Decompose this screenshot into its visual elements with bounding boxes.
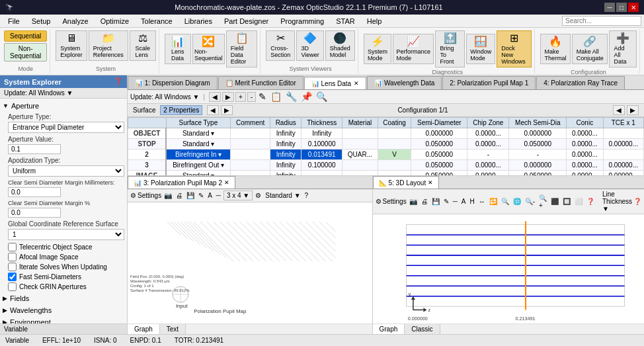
performance-mode-button[interactable]: 📈 PerformanceMode	[393, 34, 434, 64]
t6[interactable]: ─	[216, 192, 221, 199]
lt2[interactable]: 🖨	[421, 198, 428, 205]
non-sequential-mode-button[interactable]: Non-Sequential	[4, 43, 47, 62]
maximize-button[interactable]: □	[616, 3, 627, 12]
ld-tool1[interactable]: ✎	[259, 91, 266, 102]
coating-cell[interactable]: V	[378, 150, 411, 160]
sequential-mode-button[interactable]: Sequential	[4, 30, 47, 42]
close-button[interactable]: ✕	[628, 3, 639, 12]
ld-btn-plus[interactable]: +	[235, 92, 246, 102]
shaded-model-button[interactable]: 🌑 ShadedModel	[325, 30, 355, 61]
system-explorer-button[interactable]: 🖥 SystemExplorer	[56, 30, 87, 61]
environment-section-header[interactable]: ▶ Environment	[3, 318, 124, 324]
coating-cell[interactable]	[378, 160, 411, 171]
minimize-button[interactable]: ─	[604, 3, 615, 12]
bring-to-front-button[interactable]: 🔝 Bring ToFront	[435, 30, 465, 67]
wavelengths-section-header[interactable]: ▶ Wavelengths	[3, 306, 124, 315]
iterate-check[interactable]	[8, 263, 17, 271]
menu-tolerance[interactable]: Tolerance	[136, 16, 178, 26]
tab-merit-function[interactable]: 📋 Merit Function Editor	[218, 76, 303, 89]
lt10[interactable]: 🔍	[501, 198, 509, 205]
t2[interactable]: 🖨	[176, 192, 182, 199]
apodization-type-select[interactable]: Uniform	[8, 165, 124, 177]
3d-viewer-button[interactable]: 🔷 3DViewer	[296, 30, 323, 61]
surface-prev-btn[interactable]: ◀	[207, 105, 219, 115]
ld-tool3[interactable]: 🔧	[286, 91, 297, 102]
menu-programming[interactable]: Programming	[275, 16, 329, 26]
menu-part-designer[interactable]: Part Designer	[219, 16, 274, 26]
config-prev-btn[interactable]: ◀	[613, 105, 625, 115]
tab-wavelength-data[interactable]: 📊 Wavelength Data	[367, 76, 442, 89]
window-mode-button[interactable]: 🪟 WindowMode	[466, 34, 495, 64]
lt5[interactable]: ─	[453, 198, 458, 205]
t9[interactable]: ?	[305, 192, 309, 199]
layout-classic-tab[interactable]: Classic	[405, 324, 440, 334]
pupil-map-graph-tab[interactable]: Graph	[128, 324, 160, 334]
search-input[interactable]	[562, 16, 641, 26]
clear-semi-diam-mm-input[interactable]	[8, 187, 61, 197]
lt3[interactable]: 💾	[432, 198, 440, 205]
tab-lens-data[interactable]: 📊 Lens Data ✕	[304, 77, 366, 90]
surface-type-cell[interactable]: Standard ▾	[166, 171, 230, 176]
ld-tool2[interactable]: 📋	[270, 91, 282, 102]
lt1[interactable]: 📷	[409, 198, 417, 205]
ld-btn-minus[interactable]: -	[247, 92, 256, 102]
thickness-cell[interactable]: -	[302, 171, 342, 176]
surface-type-cell[interactable]: Standard ▾	[166, 128, 230, 139]
surface-selector[interactable]: 2 Properties	[160, 105, 202, 115]
ld-update-label[interactable]: Update: All Windows ▼	[130, 93, 199, 101]
surface-type-cell[interactable]: Standard ▾	[166, 139, 230, 150]
thickness-cell[interactable]: 0.100000	[302, 139, 342, 150]
lt4[interactable]: ✎	[444, 198, 449, 205]
menu-file[interactable]: File	[3, 16, 25, 26]
non-sequential-button[interactable]: 🔀 Non-Sequential	[192, 34, 225, 64]
radius-cell[interactable]: Infinity	[270, 160, 302, 171]
lens-data-button[interactable]: 📊 LensData	[165, 34, 191, 64]
make-thermal-button[interactable]: 🔥 MakeThermal	[540, 34, 571, 64]
layout-tab[interactable]: 📐 5: 3D Layout ✕	[373, 176, 440, 189]
pupil-map-close-icon[interactable]: ✕	[224, 179, 229, 186]
tab-lens-data-close[interactable]: ✕	[354, 80, 359, 87]
system-mode-button[interactable]: ⚡ SystemMode	[364, 34, 391, 64]
thickness-cell[interactable]: 0.100000	[302, 160, 342, 171]
aperture-type-select[interactable]: Entrance Pupil Diameter	[8, 122, 124, 133]
lt15[interactable]: 🔲	[563, 198, 571, 205]
lt14[interactable]: ⬛	[551, 198, 559, 205]
t8[interactable]: Standard ▼	[265, 192, 300, 199]
lt16[interactable]: ⬜	[575, 198, 583, 205]
aperture-section-header[interactable]: ▼ Aperture	[3, 101, 124, 110]
ld-btn-left[interactable]: ◀	[209, 92, 221, 102]
t1[interactable]: 📷	[164, 192, 172, 199]
clear-semi-diam-pct-input[interactable]	[8, 208, 61, 218]
make-all-conjugate-button[interactable]: 🔗 Make AllConjugate	[572, 34, 608, 64]
lt9[interactable]: 🔁	[489, 198, 497, 205]
lt6[interactable]: A	[462, 198, 466, 205]
surface-next-btn[interactable]: ▶	[221, 105, 233, 115]
surface-type-cell[interactable]: Birefringent Out ▾	[166, 160, 230, 171]
menu-star[interactable]: STAR	[331, 16, 360, 26]
afocal-check[interactable]	[8, 253, 17, 261]
thickness-cell[interactable]: Infinity	[302, 128, 342, 139]
menu-analyze[interactable]: Analyze	[57, 16, 93, 26]
pupil-map-tab[interactable]: 📊 3: Polarization Pupil Map 2 ✕	[128, 176, 235, 189]
menu-libraries[interactable]: Libraries	[179, 16, 218, 26]
t7[interactable]: ⚙	[255, 192, 261, 199]
layout-settings-icon[interactable]: ⚙	[376, 198, 382, 205]
t3[interactable]: 💾	[186, 192, 194, 199]
fields-section-header[interactable]: ▶ Fields	[3, 294, 124, 303]
project-references-button[interactable]: 📁 ProjectReferences	[89, 30, 128, 61]
fast-semi-diam-check[interactable]	[8, 273, 17, 281]
cross-section-button[interactable]: ✂ Cross-Section	[266, 30, 295, 61]
t4[interactable]: ✎	[198, 192, 204, 199]
pupil-map-text-tab[interactable]: Text	[160, 324, 186, 334]
menu-setup[interactable]: Setup	[26, 16, 56, 26]
pupil-3x4-btn[interactable]: 3 x 4 ▼	[223, 191, 253, 200]
lt11[interactable]: 🌐	[513, 198, 521, 205]
layout-graph-tab[interactable]: Graph	[373, 324, 405, 334]
global-coord-select[interactable]: 1	[8, 229, 124, 240]
scale-lens-button[interactable]: ⚖ ScaleLens	[130, 30, 156, 61]
coating-cell[interactable]	[378, 171, 411, 176]
coating-cell[interactable]	[378, 128, 411, 139]
surface-type-cell[interactable]: Birefringent In ▾	[166, 150, 230, 160]
lt17[interactable]: ❓	[586, 198, 594, 205]
aperture-value-input[interactable]	[8, 144, 61, 154]
